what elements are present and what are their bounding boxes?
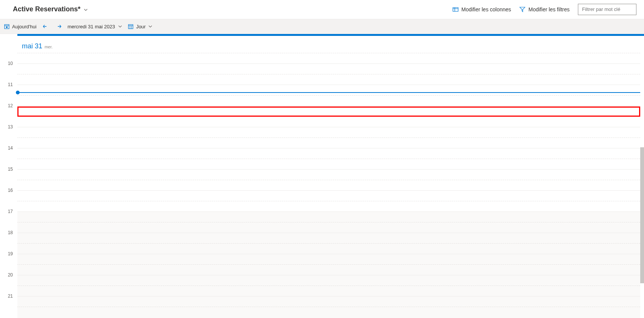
time-slot[interactable] xyxy=(17,127,640,148)
current-time-indicator xyxy=(17,92,640,93)
day-top-bar xyxy=(17,34,644,36)
halfhour-gridline xyxy=(17,53,640,53)
day-header-weekday: mer. xyxy=(45,45,53,49)
calendar-today-icon xyxy=(4,23,10,29)
date-nav xyxy=(42,23,62,29)
time-slot[interactable] xyxy=(17,106,640,127)
time-slot[interactable] xyxy=(17,254,640,275)
time-slot[interactable] xyxy=(17,169,640,190)
time-slot[interactable] xyxy=(17,211,640,233)
next-arrow-icon[interactable] xyxy=(56,23,62,29)
time-label: 12 xyxy=(8,103,13,108)
prev-arrow-icon[interactable] xyxy=(42,23,48,29)
svg-rect-5 xyxy=(6,26,8,28)
chevron-down-icon xyxy=(148,24,153,29)
keyword-filter-input[interactable] xyxy=(578,4,636,15)
header-bar: Active Reservations* Modifier les colonn… xyxy=(0,0,644,19)
time-label: 15 xyxy=(8,167,13,172)
header-actions: Modifier les colonnes Modifier les filtr… xyxy=(452,4,636,15)
time-label: 20 xyxy=(8,272,13,278)
time-label: 17 xyxy=(8,209,13,214)
view-type-button[interactable]: Jour xyxy=(128,23,152,29)
time-slot[interactable] xyxy=(17,275,640,296)
time-label: 18 xyxy=(8,230,13,235)
calendar-toolbar: Aujourd'hui mercredi 31 mai 2023 Jour xyxy=(0,19,644,34)
time-slot[interactable] xyxy=(17,85,640,106)
view-selector[interactable]: Active Reservations* xyxy=(13,5,88,13)
modify-columns-label: Modifier les colonnes xyxy=(462,6,511,12)
modify-filters-label: Modifier les filtres xyxy=(528,6,570,12)
time-axis: 101112131415161718192021 xyxy=(0,34,17,318)
time-slot[interactable] xyxy=(17,148,640,169)
date-picker-button[interactable]: mercredi 31 mai 2023 xyxy=(68,24,123,29)
columns-icon xyxy=(452,6,459,12)
filter-icon xyxy=(519,6,525,12)
vertical-scrollbar[interactable] xyxy=(640,147,644,283)
time-slot[interactable] xyxy=(17,63,640,85)
time-label: 19 xyxy=(8,251,13,256)
time-slot[interactable] xyxy=(17,296,640,317)
time-label: 11 xyxy=(8,82,13,87)
modify-filters-button[interactable]: Modifier les filtres xyxy=(519,6,570,12)
time-label: 13 xyxy=(8,124,13,130)
svg-rect-0 xyxy=(453,8,458,11)
calendar-grid[interactable] xyxy=(17,34,640,318)
time-slot[interactable] xyxy=(17,233,640,254)
calendar-view-icon xyxy=(128,23,134,29)
today-label: Aujourd'hui xyxy=(12,24,37,29)
day-header[interactable]: mai 31 mer. xyxy=(22,42,53,50)
current-date-label: mercredi 31 mai 2023 xyxy=(68,24,115,29)
day-header-main: mai 31 xyxy=(22,42,42,50)
chevron-down-icon xyxy=(118,24,122,29)
today-button[interactable]: Aujourd'hui xyxy=(4,23,37,29)
time-label: 14 xyxy=(8,145,13,151)
chevron-down-icon xyxy=(83,7,88,12)
time-label: 10 xyxy=(8,61,13,66)
view-title: Active Reservations* xyxy=(13,5,80,13)
modify-columns-button[interactable]: Modifier les colonnes xyxy=(452,6,511,12)
calendar-body: mai 31 mer. 101112131415161718192021 xyxy=(0,34,644,318)
svg-rect-6 xyxy=(128,25,133,29)
time-label: 16 xyxy=(8,188,13,193)
time-label: 21 xyxy=(8,293,13,299)
time-slot[interactable] xyxy=(17,190,640,211)
view-type-label: Jour xyxy=(136,24,145,29)
